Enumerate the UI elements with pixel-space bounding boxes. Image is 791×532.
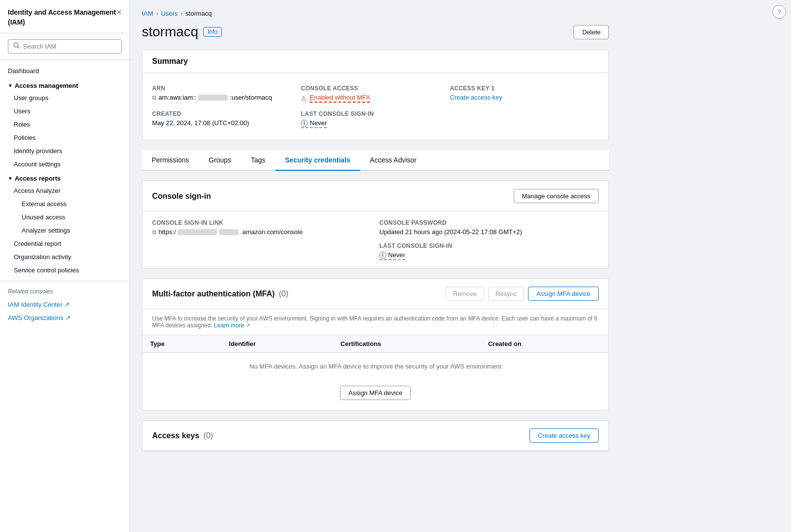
summary-grid: ARN ⧉ arn:aws:iam:: :user/stormacq Conso…: [142, 73, 608, 140]
console-password-label: Console password: [379, 219, 599, 226]
tab-access-advisor[interactable]: Access Advisor: [360, 150, 426, 171]
nav-divider: [0, 281, 130, 281]
never-text-2: ℹ Never: [379, 251, 405, 260]
mfa-assign-button[interactable]: Assign MFA device: [528, 287, 599, 301]
mfa-table-body: No MFA devices. Assign an MFA device to …: [142, 353, 608, 380]
sidebar-item-policies[interactable]: Policies: [0, 131, 130, 144]
warning-icon: ⚠: [301, 95, 307, 102]
create-access-key-button[interactable]: Create access key: [529, 428, 599, 443]
sidebar-item-external-access[interactable]: External access: [0, 197, 130, 211]
search-box: [8, 39, 122, 53]
sidebar: Identity and Access Management (IAM) × D…: [0, 0, 130, 532]
arn-label: ARN: [152, 85, 293, 92]
collapse-arrow-reports-icon: ▼: [8, 176, 13, 181]
breadcrumb-sep-2: ›: [181, 10, 183, 17]
help-circle-icon: ?: [777, 8, 781, 16]
sidebar-item-access-analyzer[interactable]: Access Analyzer: [0, 184, 130, 197]
console-last-signin-value: ℹ Never: [379, 251, 599, 260]
help-icon[interactable]: ?: [772, 5, 786, 19]
mfa-count: (0): [279, 290, 289, 298]
sidebar-item-roles[interactable]: Roles: [0, 118, 130, 131]
sidebar-item-service-control-policies[interactable]: Service control policies: [0, 264, 130, 277]
last-signin-label: Last console sign-in: [301, 110, 442, 117]
copy-link-icon[interactable]: ⧉: [152, 229, 157, 236]
sidebar-item-organization-activity[interactable]: Organization activity: [0, 250, 130, 264]
mfa-empty-message: No MFA devices. Assign an MFA device to …: [142, 353, 608, 380]
breadcrumb-users[interactable]: Users: [161, 10, 178, 17]
mfa-table: Type Identifier Certifications Created o…: [142, 335, 608, 380]
info-circle-icon: ℹ: [301, 120, 308, 127]
console-signin-body: Console sign-in link ⧉ https:/ .amazon.c…: [142, 212, 608, 268]
info-badge[interactable]: Info: [203, 27, 222, 37]
sidebar-nav: Dashboard ▼ Access management User group…: [0, 60, 130, 532]
access-key-cell: Access key 1 Create access key: [450, 81, 599, 106]
copy-icon[interactable]: ⧉: [152, 94, 157, 101]
signin-link-redacted2: [219, 229, 238, 235]
sidebar-item-unused-access[interactable]: Unused access: [0, 211, 130, 224]
sidebar-section-access-management[interactable]: ▼ Access management: [0, 78, 130, 91]
sidebar-section-access-reports[interactable]: ▼ Access reports: [0, 171, 130, 184]
search-input[interactable]: [23, 43, 116, 50]
console-last-signin-label: Last console sign-in: [379, 242, 599, 249]
access-management-label: Access management: [15, 82, 78, 89]
sidebar-close-button[interactable]: ×: [116, 8, 122, 17]
iam-identity-center-link[interactable]: IAM Identity Center ↗: [0, 298, 130, 311]
mfa-col-identifier: Identifier: [221, 335, 333, 353]
mfa-col-type: Type: [142, 335, 221, 353]
delete-button[interactable]: Delete: [574, 25, 609, 39]
mfa-table-head: Type Identifier Certifications Created o…: [142, 335, 608, 353]
mfa-empty-row: No MFA devices. Assign an MFA device to …: [142, 353, 608, 380]
arn-text-suffix: :user/stormacq: [230, 94, 272, 101]
sidebar-title: Identity and Access Management (IAM): [8, 8, 116, 27]
sidebar-item-identity-providers[interactable]: Identity providers: [0, 144, 130, 158]
mfa-remove-button[interactable]: Remove: [446, 287, 484, 301]
sidebar-item-users[interactable]: Users: [0, 105, 130, 118]
created-label: Created: [152, 110, 293, 117]
console-signin-card: Console sign-in Manage console access Co…: [142, 181, 609, 268]
mfa-header: Multi-factor authentication (MFA) (0) Re…: [142, 279, 608, 309]
tab-tags[interactable]: Tags: [241, 150, 275, 171]
sidebar-item-user-groups[interactable]: User groups: [0, 91, 130, 105]
console-signin-header: Console sign-in Manage console access: [142, 181, 608, 212]
breadcrumb-iam[interactable]: IAM: [142, 10, 153, 17]
sidebar-item-account-settings[interactable]: Account settings: [0, 158, 130, 171]
created-cell: Created May 22, 2024, 17:08 (UTC+02:00): [152, 106, 301, 132]
access-reports-label: Access reports: [15, 175, 61, 182]
tab-groups[interactable]: Groups: [199, 150, 241, 171]
manage-console-access-button[interactable]: Manage console access: [514, 189, 599, 203]
signin-link-redacted: [178, 229, 217, 235]
arn-value: ⧉ arn:aws:iam:: :user/stormacq: [152, 94, 293, 101]
external-link-icon: ↗: [64, 301, 70, 308]
mfa-col-certifications: Certifications: [333, 335, 480, 353]
last-signin-cell: Last console sign-in ℹ Never: [301, 106, 449, 132]
aws-organizations-link[interactable]: AWS Organizations ↗: [0, 311, 130, 324]
sidebar-item-analyzer-settings[interactable]: Analyzer settings: [0, 224, 130, 237]
mfa-description: Use MFA to increase the security of your…: [142, 309, 608, 335]
mfa-learn-more-link[interactable]: Learn more: [214, 322, 244, 329]
svg-line-1: [18, 47, 19, 48]
console-access-label: Console access: [301, 85, 442, 92]
sidebar-search-container: [0, 33, 130, 60]
collapse-arrow-icon: ▼: [8, 83, 13, 88]
external-link-icon-mfa: ↗: [246, 322, 250, 328]
related-consoles-label: Related consoles: [0, 285, 130, 298]
mfa-resync-button[interactable]: Resync: [488, 287, 524, 301]
sidebar-item-dashboard[interactable]: Dashboard: [0, 64, 130, 78]
mfa-card: Multi-factor authentication (MFA) (0) Re…: [142, 278, 609, 410]
tab-permissions[interactable]: Permissions: [142, 150, 199, 171]
summary-card: Summary ARN ⧉ arn:aws:iam:: :user/storma…: [142, 50, 609, 140]
mfa-title: Multi-factor authentication (MFA) (0): [152, 290, 289, 298]
breadcrumb-sep-1: ›: [156, 10, 158, 17]
tab-security-credentials[interactable]: Security credentials: [275, 150, 360, 171]
create-access-key-link[interactable]: Create access key: [450, 94, 502, 101]
created-value: May 22, 2024, 17:08 (UTC+02:00): [152, 119, 293, 127]
never-text: ℹ Never: [301, 119, 327, 128]
access-key-label: Access key 1: [450, 85, 591, 92]
sidebar-item-credential-report[interactable]: Credential report: [0, 237, 130, 250]
signin-link-prefix: https:/: [158, 228, 176, 236]
tabs-bar: Permissions Groups Tags Security credent…: [142, 150, 609, 171]
page-title-row: stormacq Info Delete: [142, 24, 609, 40]
breadcrumb: IAM › Users › stormacq: [142, 10, 609, 17]
mfa-assign-empty-button[interactable]: Assign MFA device: [340, 386, 411, 400]
signin-link-label: Console sign-in link: [152, 219, 371, 226]
